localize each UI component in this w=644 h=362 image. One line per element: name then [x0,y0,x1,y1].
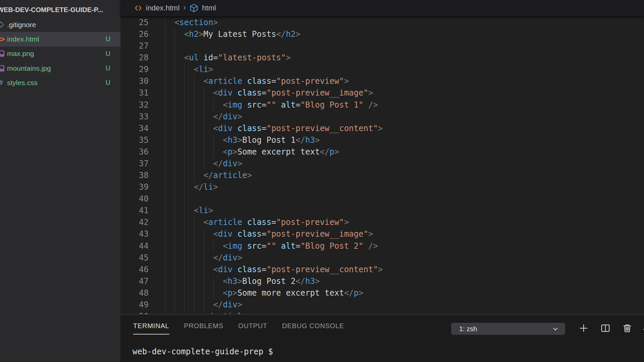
line-number: 45 [120,252,149,264]
code-line-30[interactable]: 30 <article class="post-preview"> [120,75,644,87]
code-line-37[interactable]: 37 </div> [120,158,644,170]
code-line-25[interactable]: 25 <section> [120,17,644,28]
git-status-badge: U [106,35,110,43]
kill-terminal-trash-icon[interactable] [621,322,633,334]
code-line-31[interactable]: 31 <div class="post-preview__image"> [120,87,644,99]
panel-tab-output[interactable]: OUTPUT [238,322,267,335]
code-text: </article> [165,170,252,181]
code-text: </li> [165,181,218,193]
file-row-max.png[interactable]: max.pngU [0,47,120,61]
file-list: .gitignore<>index.htmlUmax.pngUmountains… [0,17,120,90]
code-line-27[interactable]: 27 [120,40,644,52]
indent-guide [174,193,175,205]
terminal-panel: TERMINALPROBLEMSOUTPUTDEBUG CONSOLE 1: z… [120,314,644,362]
line-number: 26 [120,28,149,40]
git-status-badge: U [106,79,110,86]
code-line-47[interactable]: 47 <h3>Blog Post 2</h3> [120,276,644,287]
html-file-icon: <> [0,34,6,44]
split-terminal-icon[interactable] [599,322,611,334]
maximize-panel-chevron-icon-partial[interactable] [641,322,644,334]
panel-tabs: TERMINALPROBLEMSOUTPUTDEBUG CONSOLE [133,322,344,335]
code-line-46[interactable]: 46 <div class="post-preview__content"> [120,264,644,276]
code-line-32[interactable]: 32 <img src="" alt="Blog Post 1" /> [120,99,644,111]
code-line-36[interactable]: 36 <p>Some excerpt text</p> [120,146,644,158]
panel-tab-terminal[interactable]: TERMINAL [133,322,169,335]
file-row-styles.css[interactable]: #styles.cssU [0,75,120,90]
terminal-prompt[interactable]: web-dev-complete-guide-prep $ [132,347,273,356]
line-number: 33 [120,111,149,123]
line-number: 49 [120,299,149,311]
line-number: 50 [120,311,149,314]
line-number: 35 [120,134,149,146]
image-file-icon [0,49,6,59]
code-text: <h2>My Latest Posts</h2> [165,28,301,40]
breadcrumb-symbol[interactable]: html [202,4,216,12]
file-name: .gitignore [7,21,110,29]
code-text: </div> [165,299,242,311]
code-angle-brackets-icon [134,4,142,12]
explorer-folder-header[interactable]: WEB-DEV-COMPLETE-GUIDE-P... [0,3,120,17]
code-text: <div class="post-preview__image"> [165,228,373,240]
line-number: 27 [120,40,149,52]
code-text: <div class="post-preview__image"> [165,87,373,99]
file-name: index.html [7,35,106,43]
code-line-44[interactable]: 44 <img src="" alt="Blog Post 2" /> [120,240,644,252]
new-terminal-plus-icon[interactable] [578,322,590,334]
code-text: <section> [165,17,218,28]
css-hash-icon: # [0,78,3,87]
line-number: 31 [120,87,149,99]
code-line-35[interactable]: 35 <h3>Blog Post 1</h3> [120,134,644,146]
code-line-43[interactable]: 43 <div class="post-preview__image"> [120,228,644,240]
file-name: max.png [7,50,106,58]
css-file-icon: # [0,78,6,88]
code-line-29[interactable]: 29 <li> [120,64,644,75]
code-line-33[interactable]: 33 </div> [120,111,644,123]
line-number: 34 [120,123,149,134]
code-text: </article> [165,311,252,314]
line-number: 38 [120,170,149,181]
git-file-icon [0,20,6,30]
code-text: <h3>Blog Post 1</h3> [165,134,320,146]
indent-guide [165,40,165,52]
code-line-39[interactable]: 39 </li> [120,181,644,193]
code-text: <p>Some more excerpt text</p> [165,287,363,299]
panel-tab-problems[interactable]: PROBLEMS [184,322,224,335]
line-number: 41 [120,205,149,217]
panel-tab-debug-console[interactable]: DEBUG CONSOLE [282,322,344,335]
code-line-42[interactable]: 42 <article class="post-preview"> [120,217,644,228]
file-row-index.html[interactable]: <>index.htmlU [0,32,120,46]
code-line-40[interactable]: 40 [120,193,644,205]
code-text: <li> [165,205,213,217]
explorer-folder-name: WEB-DEV-COMPLETE-GUIDE-P... [0,6,103,14]
git-diamond-icon [0,21,4,27]
file-row-.gitignore[interactable]: .gitignore [0,17,120,32]
line-number: 43 [120,228,149,240]
code-line-45[interactable]: 45 </div> [120,252,644,264]
code-text: <img src="" alt="Blog Post 2" /> [165,240,378,252]
line-number: 25 [120,17,149,28]
code-line-38[interactable]: 38 </article> [120,170,644,181]
indent-guide [184,193,184,205]
line-number: 32 [120,99,149,111]
code-line-50[interactable]: 50 </article> [120,311,644,314]
line-number: 29 [120,64,149,75]
shell-selector-dropdown[interactable]: 1: zsh [451,323,565,335]
explorer-sidebar: WEB-DEV-COMPLETE-GUIDE-P... .gitignore<>… [0,0,120,362]
code-editor[interactable]: 25 <section>26 <h2>My Latest Posts</h2>2… [120,0,644,314]
breadcrumb-file[interactable]: index.html [146,4,179,12]
code-line-41[interactable]: 41 <li> [120,205,644,217]
indent-guide [165,193,165,205]
code-line-28[interactable]: 28 <ul id="latest-posts"> [120,52,644,64]
code-text: <h3>Blog Post 2</h3> [165,276,320,287]
vscode-window: WEB-DEV-COMPLETE-GUIDE-P... .gitignore<>… [0,0,644,362]
file-name: mountains.jpg [7,64,106,72]
code-line-26[interactable]: 26 <h2>My Latest Posts</h2> [120,28,644,40]
file-row-mountains.jpg[interactable]: mountains.jpgU [0,61,120,75]
line-number: 42 [120,217,149,228]
line-number: 46 [120,264,149,276]
code-line-34[interactable]: 34 <div class="post-preview__content"> [120,123,644,134]
image-file-icon [0,63,6,73]
code-line-49[interactable]: 49 </div> [120,299,644,311]
code-text: <ul id="latest-posts"> [165,52,291,64]
code-line-48[interactable]: 48 <p>Some more excerpt text</p> [120,287,644,299]
